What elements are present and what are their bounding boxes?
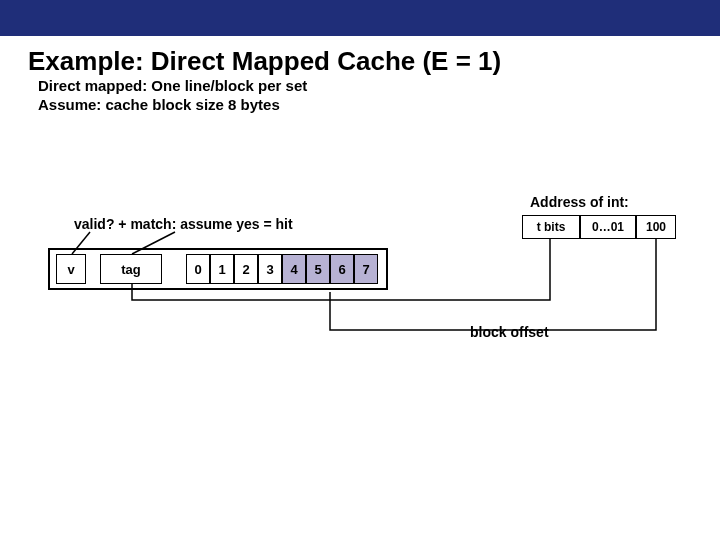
svg-line-0 xyxy=(72,232,90,254)
connector-lines xyxy=(0,0,720,540)
svg-line-1 xyxy=(132,232,175,254)
